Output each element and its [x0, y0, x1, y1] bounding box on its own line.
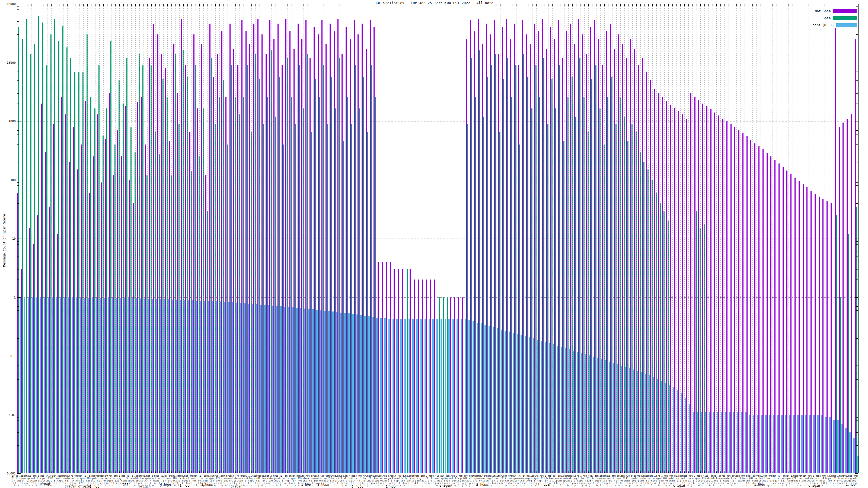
y-minor-tick-left — [17, 144, 19, 145]
bar-not-spam — [598, 39, 599, 474]
top-tick — [376, 4, 376, 6]
bottom-tick — [348, 471, 348, 473]
bar-not-spam — [682, 115, 683, 474]
bottom-tick — [151, 471, 152, 473]
bottom-tick — [23, 471, 23, 473]
x-tick-fragment: 2 hops — [201, 483, 213, 486]
top-tick — [280, 4, 280, 6]
bottom-tick — [248, 471, 248, 473]
v-gridline — [464, 4, 464, 473]
bottom-tick — [223, 471, 224, 473]
v-gridline — [785, 4, 785, 473]
bar-not-spam — [522, 20, 523, 474]
top-tick — [119, 4, 120, 6]
y-minor-tick-left — [17, 221, 19, 221]
top-tick — [204, 4, 204, 6]
bottom-tick — [396, 471, 396, 473]
v-gridline — [159, 4, 160, 473]
bar-not-spam — [181, 19, 182, 474]
v-gridline — [416, 4, 416, 473]
v-gridline — [456, 4, 456, 473]
bottom-tick — [520, 471, 520, 473]
top-tick — [219, 4, 220, 6]
v-gridline — [155, 4, 156, 473]
bottom-tick — [35, 471, 35, 473]
y-minor-tick-left — [17, 420, 19, 421]
bottom-tick — [596, 471, 596, 473]
bar-not-spam — [161, 54, 162, 474]
v-gridline — [520, 4, 520, 473]
v-gridline — [356, 4, 356, 473]
y-minor-tick-left — [17, 183, 19, 183]
v-gridline — [360, 4, 360, 473]
top-tick — [47, 4, 48, 6]
top-tick — [476, 4, 476, 6]
bar-not-spam — [674, 108, 675, 474]
bottom-tick — [592, 471, 592, 473]
bottom-tick — [652, 471, 653, 473]
bottom-tick — [821, 471, 821, 473]
bottom-tick — [588, 471, 589, 473]
x-tick-fragment: origin — [230, 485, 242, 488]
top-tick — [544, 4, 545, 6]
y-minor-tick-right — [856, 144, 858, 145]
top-tick — [308, 4, 308, 6]
v-gridline — [424, 4, 424, 473]
top-tick — [769, 4, 769, 6]
v-gridline — [296, 4, 296, 473]
bar-not-spam — [314, 27, 315, 474]
v-gridline — [147, 4, 148, 473]
x-tick-fragment: origin — [808, 484, 820, 487]
v-gridline — [829, 4, 829, 473]
bottom-tick — [696, 471, 697, 473]
bottom-tick — [692, 471, 693, 473]
top-tick — [39, 4, 39, 6]
bottom-tick — [540, 471, 540, 473]
bottom-tick — [544, 471, 545, 473]
top-tick — [240, 4, 240, 6]
y-minor-tick-right — [856, 365, 858, 365]
v-gridline — [316, 4, 316, 473]
bottom-tick — [360, 471, 360, 473]
y-minor-tick-left — [17, 45, 19, 45]
v-gridline — [608, 4, 609, 473]
top-tick — [857, 4, 857, 6]
bottom-tick — [316, 471, 316, 473]
bar-not-spam — [714, 112, 715, 474]
bar-not-spam — [402, 269, 403, 474]
bottom-tick — [688, 471, 689, 473]
y-major-tick-left — [17, 238, 21, 239]
bar-not-spam — [253, 24, 254, 474]
bar-not-spam — [526, 34, 527, 474]
bar-not-spam — [334, 31, 335, 474]
top-tick — [284, 4, 284, 6]
bottom-tick — [576, 471, 577, 473]
bar-not-spam — [193, 34, 194, 474]
bar-not-spam — [394, 269, 395, 474]
v-gridline — [75, 4, 75, 473]
bottom-tick — [500, 471, 500, 473]
top-tick — [480, 4, 480, 6]
y-minor-tick-right — [856, 244, 858, 245]
bar-not-spam — [538, 31, 539, 474]
v-gridline — [119, 4, 120, 473]
bar-not-spam — [462, 297, 463, 474]
y-minor-tick-left — [17, 456, 19, 456]
bar-not-spam — [678, 111, 679, 474]
top-tick — [151, 4, 152, 6]
top-tick — [829, 4, 829, 6]
bar-not-spam — [61, 97, 62, 474]
top-tick — [452, 4, 452, 6]
bar-not-spam — [750, 140, 751, 474]
v-gridline — [777, 4, 777, 473]
bottom-tick — [825, 471, 825, 473]
v-gridline — [107, 4, 107, 473]
bar-not-spam — [602, 65, 603, 474]
v-gridline — [564, 4, 564, 473]
top-tick — [664, 4, 664, 6]
bar-not-spam — [726, 121, 727, 474]
bottom-tick — [849, 471, 849, 473]
v-gridline — [620, 4, 621, 473]
bar-not-spam — [466, 39, 467, 474]
v-gridline — [352, 4, 352, 473]
